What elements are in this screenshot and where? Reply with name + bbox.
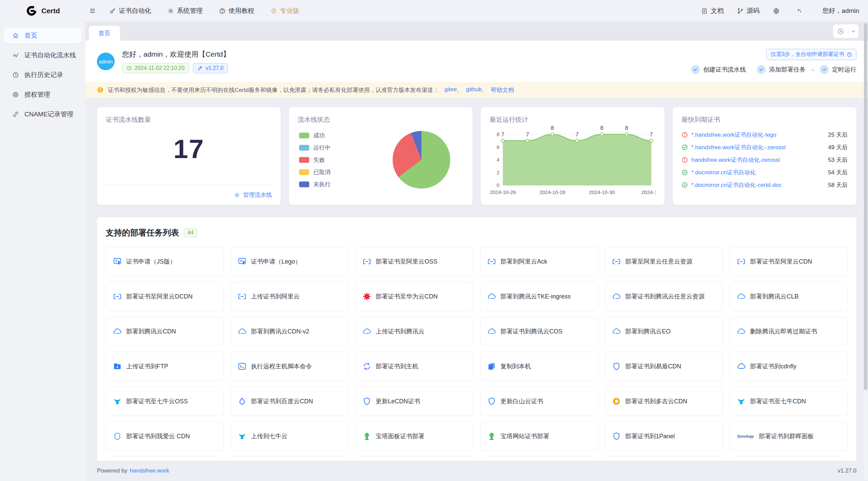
legend-item[interactable]: 失败 bbox=[299, 156, 331, 164]
nav-right-item[interactable] bbox=[773, 8, 783, 14]
task-item[interactable]: 部署到腾讯云CLB bbox=[730, 282, 848, 311]
task-item[interactable]: 复制到本机 bbox=[480, 352, 598, 381]
task-item[interactable]: 部署到腾讯云CDN bbox=[106, 317, 224, 346]
task-item[interactable]: 部署到腾讯云TKE-ingress bbox=[480, 282, 598, 311]
card-title: 最近运行统计 bbox=[490, 115, 656, 124]
nav-menu-item[interactable]: 专业版 bbox=[271, 6, 299, 15]
cloud-icon bbox=[737, 362, 746, 371]
sidebar-item[interactable]: CNAME记录管理 bbox=[4, 107, 81, 122]
sidebar-collapse-icon[interactable] bbox=[89, 7, 96, 14]
nav-right-item[interactable]: 您好，admin bbox=[819, 6, 859, 15]
sidebar-item[interactable]: 首页 bbox=[4, 28, 81, 43]
task-item[interactable]: 上传证书到腾讯云 bbox=[355, 317, 473, 346]
nav-menu-item[interactable]: 证书自动化 bbox=[110, 6, 151, 15]
manage-pipelines-link[interactable]: 管理流水线 bbox=[106, 185, 272, 205]
task-item[interactable] bbox=[605, 457, 723, 461]
task-item[interactable]: 部署证书到易盾CDN bbox=[605, 352, 723, 381]
task-label: 删除腾讯云即将过期证书 bbox=[750, 327, 817, 335]
task-label: 部署到腾讯云TKE-ingress bbox=[500, 292, 571, 301]
task-item[interactable]: 部署证书到多吉云CDN bbox=[605, 387, 723, 416]
sidebar-item[interactable]: 授权管理 bbox=[4, 87, 81, 102]
task-grid: 证书申请（JS版） 证书申请（Lego） 部署证书至阿里云OSS 部署到阿里云A… bbox=[106, 247, 848, 461]
powered-by: Powered by bbox=[97, 467, 127, 474]
page-scrollbar[interactable] bbox=[864, 22, 867, 480]
task-item[interactable] bbox=[730, 457, 848, 461]
svg-text:Synology: Synology bbox=[737, 434, 754, 438]
task-item[interactable]: 更新白山云证书 bbox=[480, 387, 598, 416]
task-item[interactable]: 部署证书至阿里云DCDN bbox=[106, 282, 224, 311]
task-item[interactable]: 部署证书至阿里云CDN bbox=[730, 247, 848, 276]
task-item[interactable] bbox=[231, 457, 349, 461]
certificate-link[interactable]: *.docmirror.cn证书自动化 bbox=[691, 169, 756, 176]
nav-right-item[interactable]: 文档 bbox=[701, 6, 724, 15]
sidebar-item[interactable]: 证书自动化流水线 bbox=[4, 47, 81, 63]
task-item[interactable]: 证书申请（Lego） bbox=[231, 247, 349, 276]
promo-badge[interactable]: 仅需3步，全自动申请部署证书 bbox=[766, 49, 856, 60]
expiry-row: *.docmirror.cn证书自动化-certd-doc 58 天后 bbox=[682, 179, 848, 191]
runs-area-chart: 0246877878872024-10-262024-10-282024-10-… bbox=[490, 125, 656, 197]
task-item[interactable]: 部署证书至阿里云OSS bbox=[355, 247, 473, 276]
tab-home[interactable]: 首页 bbox=[89, 26, 120, 41]
nav-menu-item[interactable]: 使用教程 bbox=[219, 6, 254, 15]
task-item[interactable]: 部署证书到腾讯云COS bbox=[480, 317, 598, 346]
chevron-down-icon[interactable] bbox=[848, 28, 859, 34]
task-item[interactable]: 部署证书到1Panel bbox=[605, 422, 723, 451]
promo-text: 仅需3步，全自动申请部署证书 bbox=[771, 51, 844, 58]
task-item[interactable]: 执行远程主机脚本命令 bbox=[231, 352, 349, 381]
handsfree-link[interactable]: handsfree.work bbox=[130, 467, 169, 474]
avatar[interactable]: admin bbox=[97, 53, 115, 70]
task-item[interactable]: 更新LeCDN证书 bbox=[355, 387, 473, 416]
task-item[interactable]: 上传到七牛云 bbox=[231, 422, 349, 451]
sidebar-item-label: 证书自动化流水线 bbox=[24, 51, 76, 60]
task-item[interactable]: 部署到腾讯云EO bbox=[605, 317, 723, 346]
alert-link[interactable]: gitee bbox=[445, 86, 457, 94]
certificate-link[interactable]: handsfree.work证书自动化-zerossl bbox=[691, 156, 780, 164]
nav-menu: 证书自动化 系统管理 使用教程 专业版 bbox=[110, 6, 299, 15]
shield-icon bbox=[612, 432, 621, 441]
task-item[interactable]: 部署证书到cdnfly bbox=[730, 352, 848, 381]
task-item[interactable]: 证书申请（JS版） bbox=[106, 247, 224, 276]
task-item[interactable] bbox=[106, 457, 224, 461]
legend-item[interactable]: 未执行 bbox=[299, 180, 331, 188]
task-item[interactable]: Synology 部署证书到群晖面板 bbox=[730, 422, 848, 451]
task-item[interactable]: 删除腾讯云即将过期证书 bbox=[730, 317, 848, 346]
task-item[interactable]: 部署证书至七牛云OSS bbox=[106, 387, 224, 416]
expiry-row: handsfree.work证书自动化-zerossl 53 天后 bbox=[682, 154, 848, 166]
task-item[interactable]: 部署到腾讯云CDN-v2 bbox=[231, 317, 349, 346]
nav-right-item[interactable]: 源码 bbox=[737, 6, 760, 15]
legend-item[interactable]: 成功 bbox=[299, 132, 331, 139]
task-item[interactable] bbox=[480, 457, 598, 461]
legend-item[interactable]: 已取消 bbox=[299, 168, 331, 176]
task-item[interactable]: 部署证书到百度云CDN bbox=[231, 387, 349, 416]
ok-green-icon bbox=[682, 182, 688, 188]
task-item[interactable]: 部署证书至七牛CDN bbox=[730, 387, 848, 416]
certificate-link[interactable]: *.handsfree.work证书自动化-lego bbox=[691, 131, 776, 139]
brand[interactable]: Certd bbox=[26, 5, 60, 17]
sidebar-item[interactable]: 执行历史记录 bbox=[4, 67, 81, 83]
step-item: – 定时运行 bbox=[811, 65, 856, 74]
task-item[interactable]: 上传证书到阿里云 bbox=[231, 282, 349, 311]
close-circle-icon[interactable] bbox=[833, 28, 848, 35]
nav-menu-item[interactable]: 系统管理 bbox=[167, 6, 203, 15]
baota-icon bbox=[362, 432, 371, 441]
task-item[interactable]: 部署证书到我爱云 CDN bbox=[106, 422, 224, 451]
security-alert: 证书和授权为敏感信息，不要使用来历不明的在线Certd服务和镜像，以免泄露；请务… bbox=[85, 82, 868, 98]
task-item[interactable]: 宝塔网站证书部署 bbox=[480, 422, 598, 451]
task-item[interactable]: 部署到阿里云Ack bbox=[480, 247, 598, 276]
key-icon bbox=[110, 8, 116, 14]
task-item[interactable]: 部署证书至华为云CDN bbox=[355, 282, 473, 311]
task-item[interactable]: 部署至阿里云任意云资源 bbox=[605, 247, 723, 276]
task-item[interactable] bbox=[355, 457, 473, 461]
alert-link[interactable]: github bbox=[466, 86, 481, 94]
task-item[interactable]: 部署证书到主机 bbox=[355, 352, 473, 381]
task-item[interactable]: 部署证书到腾讯云任意云资源 bbox=[605, 282, 723, 311]
task-item[interactable]: 上传证书到FTP bbox=[106, 352, 224, 381]
scrollbar-thumb[interactable] bbox=[864, 23, 867, 390]
nav-right-item[interactable] bbox=[796, 8, 806, 14]
task-item[interactable]: 宝塔面板证书部署 bbox=[355, 422, 473, 451]
legend-item[interactable]: 运行中 bbox=[299, 144, 331, 152]
certificate-link[interactable]: *.docmirror.cn证书自动化-certd-doc bbox=[691, 181, 782, 189]
alert-link[interactable]: 帮助文档 bbox=[491, 86, 514, 94]
certificate-link[interactable]: *.handsfree.work证书自动化--zerossl bbox=[691, 143, 786, 151]
version-badge[interactable]: v1.27.0 bbox=[193, 63, 228, 73]
